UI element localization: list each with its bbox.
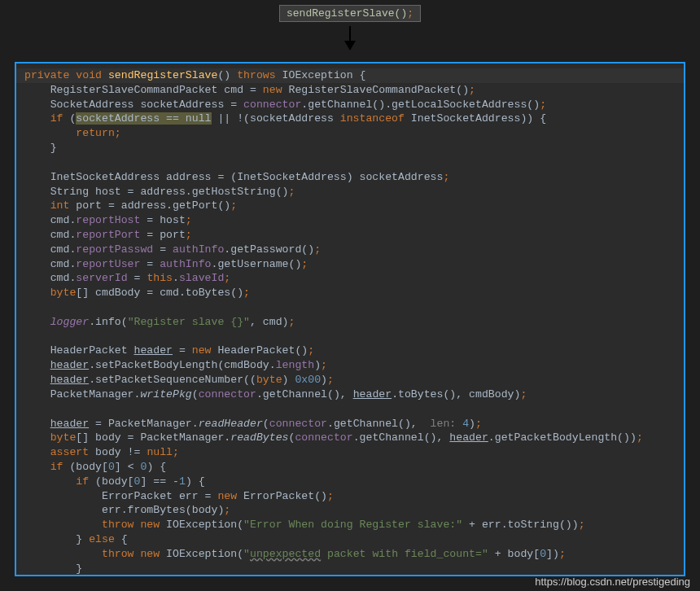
call-label: sendRegisterSlave();: [279, 5, 421, 22]
call-parens: (): [395, 7, 408, 20]
code-container: private void sendRegisterSlave() throws …: [15, 62, 685, 576]
watermark: https://blog.csdn.net/prestigeding: [535, 576, 690, 588]
arrow-icon: [349, 26, 351, 49]
code-block: private void sendRegisterSlave() throws …: [16, 63, 684, 576]
call-semi: ;: [407, 7, 413, 20]
call-fn: sendRegisterSlave: [287, 7, 395, 20]
